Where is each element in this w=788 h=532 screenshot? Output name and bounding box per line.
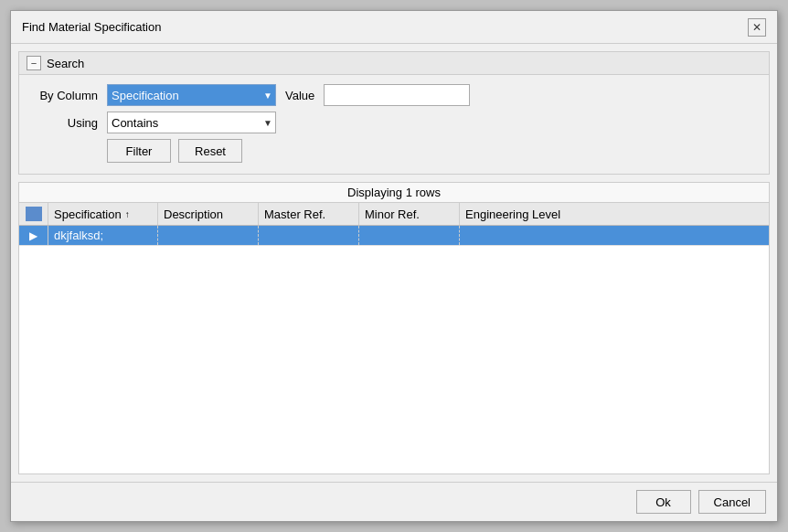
search-form: By Column Specification Description Mast… <box>19 75 769 174</box>
col-header-minor-ref-label: Minor Ref. <box>365 207 420 221</box>
using-select-wrapper: Contains Starts with Equals Ends with ▼ <box>107 112 276 133</box>
reset-button[interactable]: Reset <box>178 139 242 163</box>
value-input[interactable] <box>324 84 470 106</box>
cell-specification: dkjfalksd; <box>48 226 158 245</box>
by-column-select-wrapper: Specification Description Master Ref. Mi… <box>107 84 276 106</box>
search-section-label: Search <box>47 57 84 70</box>
col-header-description[interactable]: Description <box>158 203 259 225</box>
by-column-select[interactable]: Specification Description Master Ref. Mi… <box>107 84 276 106</box>
col-header-engineering-level-label: Engineering Level <box>465 207 560 221</box>
col-header-specification[interactable]: Specification <box>48 203 158 225</box>
using-select[interactable]: Contains Starts with Equals Ends with <box>107 112 276 133</box>
table-row[interactable]: ▶ dkjfalksd; <box>19 226 769 246</box>
dialog-footer: Ok Cancel <box>11 482 777 521</box>
col-header-master-ref[interactable]: Master Ref. <box>259 203 359 225</box>
collapse-button[interactable]: − <box>27 56 41 70</box>
grid-icon-col-header <box>19 203 48 225</box>
grid-icon <box>26 207 42 221</box>
filter-button[interactable]: Filter <box>107 139 171 163</box>
dialog-title: Find Material Specification <box>22 20 161 34</box>
using-row: Using Contains Starts with Equals Ends w… <box>34 112 754 133</box>
ok-button[interactable]: Ok <box>636 490 691 514</box>
col-header-minor-ref[interactable]: Minor Ref. <box>359 203 460 225</box>
value-label: Value <box>285 89 314 102</box>
row-indicator: ▶ <box>19 226 48 245</box>
by-column-row: By Column Specification Description Mast… <box>34 84 754 106</box>
col-header-master-ref-label: Master Ref. <box>264 207 325 221</box>
cell-engineering-level <box>460 226 769 245</box>
search-section-header: − Search <box>19 52 769 75</box>
close-button[interactable]: ✕ <box>748 18 766 37</box>
cancel-button[interactable]: Cancel <box>698 490 766 514</box>
cell-description <box>158 226 259 245</box>
cell-minor-ref <box>359 226 460 245</box>
title-bar: Find Material Specification ✕ <box>11 11 777 44</box>
col-header-engineering-level[interactable]: Engineering Level <box>460 203 769 225</box>
grid-header: Specification Description Master Ref. Mi… <box>19 203 769 226</box>
grid-section: Displaying 1 rows Specification Descript… <box>18 182 770 474</box>
find-material-dialog: Find Material Specification ✕ − Search B… <box>10 10 778 522</box>
search-section: − Search By Column Specification Descrip… <box>18 51 770 175</box>
col-header-description-label: Description <box>164 207 223 221</box>
grid-body: ▶ dkjfalksd; <box>19 226 769 473</box>
dialog-content: − Search By Column Specification Descrip… <box>11 44 777 482</box>
by-column-label: By Column <box>34 89 98 102</box>
using-label: Using <box>34 116 98 130</box>
grid-status: Displaying 1 rows <box>19 183 769 203</box>
filter-reset-row: Filter Reset <box>107 139 754 163</box>
col-header-specification-label: Specification <box>54 207 122 221</box>
cell-master-ref <box>259 226 359 245</box>
